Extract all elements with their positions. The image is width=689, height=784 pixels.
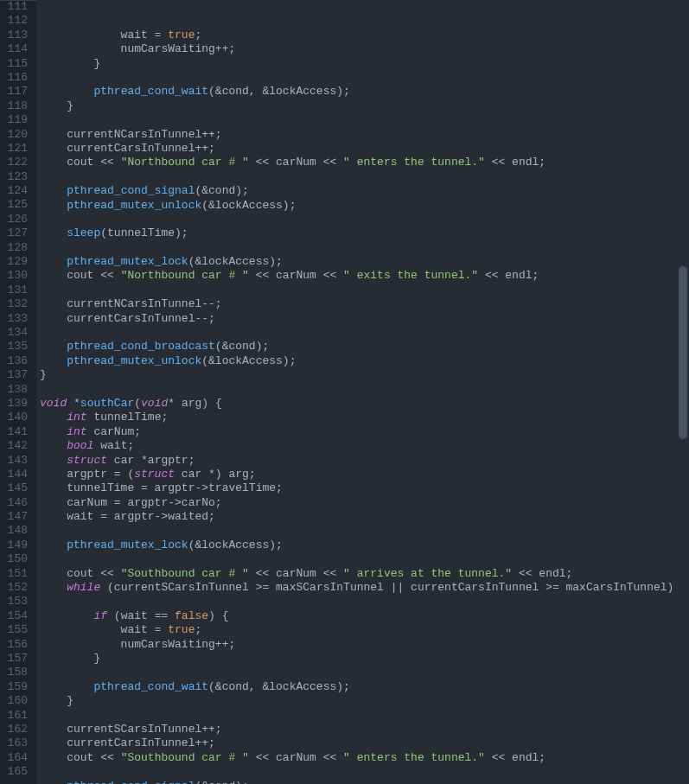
token-text	[40, 680, 93, 693]
code-line[interactable]: if (wait == false) {	[40, 609, 689, 623]
code-line[interactable]: cout << "Northbound car # " << carNum <<…	[40, 156, 689, 169]
line-number: 111	[7, 0, 28, 14]
code-line[interactable]	[40, 524, 689, 538]
code-line[interactable]: pthread_cond_wait(&cond, &lockAccess);	[40, 680, 689, 694]
token-kw: while	[67, 581, 100, 594]
code-line[interactable]	[40, 552, 689, 566]
code-line[interactable]	[40, 213, 689, 226]
token-bool: true	[168, 29, 195, 41]
vertical-scrollbar[interactable]	[677, 0, 689, 784]
code-line[interactable]: currentNCarsInTunnel++;	[40, 128, 689, 142]
code-line[interactable]: }	[40, 57, 689, 71]
code-line[interactable]: pthread_cond_signal(&cond);	[40, 184, 689, 198]
line-number: 123	[7, 170, 28, 184]
code-line[interactable]: currentCarsInTunnel++;	[40, 142, 689, 156]
token-fn: pthread_mutex_lock	[67, 539, 188, 551]
code-line[interactable]: currentSCarsInTunnel++;	[40, 723, 689, 736]
token-text: }	[40, 368, 47, 381]
token-text: (wait ==	[107, 609, 175, 622]
token-text: currentCarsInTunnel++;	[40, 142, 215, 155]
line-number: 163	[7, 736, 28, 750]
code-line[interactable]	[40, 595, 689, 609]
token-text	[40, 411, 67, 424]
code-line[interactable]: numCarsWaiting++;	[40, 42, 689, 56]
line-number: 158	[7, 666, 28, 679]
line-number: 112	[7, 14, 28, 28]
token-kw: if	[93, 609, 107, 622]
code-line[interactable]: numCarsWaiting++;	[40, 638, 689, 652]
line-number: 161	[7, 709, 28, 723]
token-text	[40, 609, 93, 622]
code-line[interactable]	[40, 383, 689, 397]
code-line[interactable]: pthread_cond_signal(&cond);	[40, 780, 689, 784]
code-line[interactable]: argptr = (struct car *) arg;	[40, 468, 689, 481]
code-line[interactable]	[40, 170, 689, 184]
token-text: (&cond, &lockAccess);	[208, 85, 350, 98]
code-line[interactable]: currentCarsInTunnel++;	[40, 736, 689, 750]
line-number: 151	[7, 567, 28, 581]
code-line[interactable]: pthread_mutex_unlock(&lockAccess);	[40, 199, 689, 213]
token-bool: false	[175, 609, 208, 622]
token-text: cout <<	[40, 751, 121, 764]
code-line[interactable]: int carNum;	[40, 425, 689, 439]
token-text: wait = argptr->waited;	[40, 510, 215, 523]
code-line[interactable]: pthread_cond_broadcast(&cond);	[40, 340, 689, 354]
token-str: "Southbound car # "	[121, 751, 249, 764]
code-line[interactable]: pthread_mutex_unlock(&lockAccess);	[40, 354, 689, 368]
token-text: tunnelTime = argptr->travelTime;	[40, 481, 283, 494]
code-line[interactable]: pthread_mutex_lock(&lockAccess);	[40, 255, 689, 269]
line-number: 119	[7, 113, 28, 127]
code-line[interactable]: wait = true;	[40, 623, 689, 637]
code-line[interactable]: pthread_mutex_lock(&lockAccess);	[40, 539, 689, 552]
code-line[interactable]	[40, 241, 689, 255]
code-line[interactable]: carNum = argptr->carNo;	[40, 496, 689, 510]
code-line[interactable]	[40, 284, 689, 297]
token-text: wait =	[40, 29, 168, 41]
code-line[interactable]: while (currentSCarsInTunnel >= maxSCarsI…	[40, 581, 689, 595]
line-number: 130	[7, 269, 28, 283]
token-text: currentNCarsInTunnel--;	[40, 297, 222, 310]
code-line[interactable]: }	[40, 99, 689, 113]
code-area[interactable]: wait = true; numCarsWaiting++; } pthread…	[36, 0, 689, 784]
token-text	[40, 255, 67, 268]
token-text	[40, 85, 93, 98]
code-line[interactable]	[40, 113, 689, 127]
token-kw: bool	[67, 439, 93, 452]
line-number: 165	[7, 765, 28, 779]
code-line[interactable]: cout << "Southbound car # " << carNum <<…	[40, 567, 689, 581]
code-line[interactable]: struct car *argptr;	[40, 454, 689, 468]
code-line[interactable]	[40, 765, 689, 779]
code-line[interactable]: }	[40, 652, 689, 666]
vertical-scrollbar-thumb[interactable]	[679, 266, 687, 439]
code-line[interactable]: currentCarsInTunnel--;	[40, 312, 689, 326]
token-text: }	[40, 694, 73, 707]
code-line[interactable]: wait = true;	[40, 29, 689, 42]
token-text: argptr = (	[40, 468, 134, 481]
code-line[interactable]: pthread_cond_wait(&cond, &lockAccess);	[40, 85, 689, 99]
code-line[interactable]: currentNCarsInTunnel--;	[40, 297, 689, 311]
code-line[interactable]: void *southCar(void* arg) {	[40, 397, 689, 411]
code-line[interactable]	[40, 709, 689, 723]
line-number: 135	[7, 340, 28, 354]
code-line[interactable]	[40, 71, 689, 85]
token-fn: sleep	[67, 226, 100, 239]
code-line[interactable]: sleep(tunnelTime);	[40, 226, 689, 240]
token-text: (&cond);	[215, 340, 269, 353]
code-line[interactable]: }	[40, 368, 689, 382]
token-text: currentSCarsInTunnel++;	[40, 723, 222, 736]
line-number: 138	[7, 383, 28, 397]
code-line[interactable]: tunnelTime = argptr->travelTime;	[40, 481, 689, 495]
code-line[interactable]: wait = argptr->waited;	[40, 510, 689, 524]
code-line[interactable]: bool wait;	[40, 439, 689, 453]
code-line[interactable]	[40, 666, 689, 679]
line-number: 164	[7, 751, 28, 765]
line-number: 131	[7, 284, 28, 297]
code-line[interactable]: int tunnelTime;	[40, 411, 689, 424]
token-text	[40, 226, 67, 239]
code-line[interactable]: cout << "Northbound car # " << carNum <<…	[40, 269, 689, 283]
code-line[interactable]: }	[40, 694, 689, 708]
code-line[interactable]: cout << "Southbound car # " << carNum <<…	[40, 751, 689, 765]
token-text: wait =	[40, 623, 168, 636]
token-text: (currentSCarsInTunnel >= maxSCarsInTunne…	[100, 581, 687, 594]
code-line[interactable]	[40, 326, 689, 340]
